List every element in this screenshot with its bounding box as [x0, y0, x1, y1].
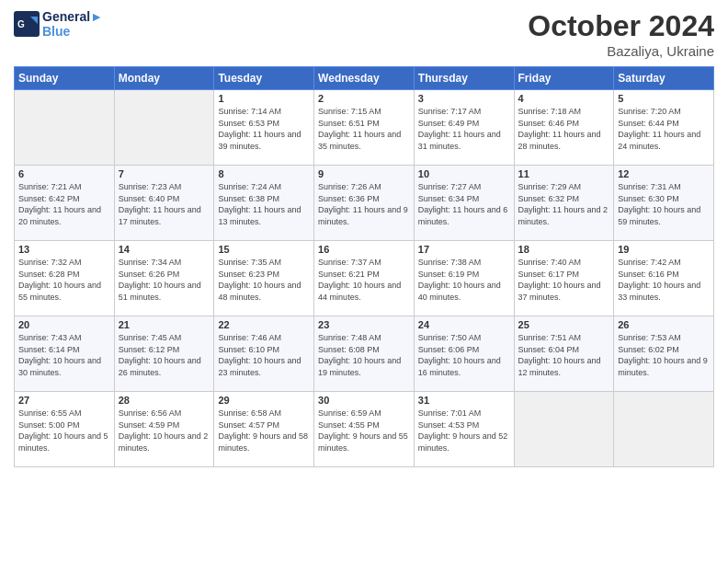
weekday-header-monday: Monday [114, 67, 214, 90]
calendar-cell: 20Sunrise: 7:43 AM Sunset: 6:14 PM Dayli… [15, 316, 115, 392]
day-info: Sunrise: 7:17 AM Sunset: 6:49 PM Dayligh… [418, 106, 510, 152]
logo: G General► Blue [14, 9, 103, 39]
weekday-header-wednesday: Wednesday [314, 67, 415, 90]
day-info: Sunrise: 7:26 AM Sunset: 6:36 PM Dayligh… [318, 181, 410, 227]
weekday-header-row: SundayMondayTuesdayWednesdayThursdayFrid… [15, 67, 714, 90]
calendar-cell: 4Sunrise: 7:18 AM Sunset: 6:46 PM Daylig… [514, 90, 614, 166]
calendar-cell: 1Sunrise: 7:14 AM Sunset: 6:53 PM Daylig… [214, 90, 314, 166]
day-info: Sunrise: 7:53 AM Sunset: 6:02 PM Dayligh… [618, 332, 710, 378]
day-number: 5 [618, 93, 710, 104]
calendar-cell: 11Sunrise: 7:29 AM Sunset: 6:32 PM Dayli… [514, 166, 614, 241]
day-info: Sunrise: 7:27 AM Sunset: 6:34 PM Dayligh… [418, 181, 510, 227]
day-info: Sunrise: 6:59 AM Sunset: 4:55 PM Dayligh… [318, 408, 410, 454]
day-info: Sunrise: 7:37 AM Sunset: 6:21 PM Dayligh… [318, 257, 410, 303]
day-number: 31 [418, 395, 510, 406]
calendar-cell: 10Sunrise: 7:27 AM Sunset: 6:34 PM Dayli… [414, 166, 514, 241]
day-info: Sunrise: 6:56 AM Sunset: 4:59 PM Dayligh… [119, 408, 210, 454]
calendar-cell: 15Sunrise: 7:35 AM Sunset: 6:23 PM Dayli… [214, 241, 314, 316]
day-number: 8 [218, 168, 310, 179]
calendar-cell: 22Sunrise: 7:46 AM Sunset: 6:10 PM Dayli… [214, 316, 314, 392]
calendar-cell: 19Sunrise: 7:42 AM Sunset: 6:16 PM Dayli… [614, 241, 714, 316]
calendar-cell [614, 392, 714, 467]
day-number: 29 [218, 395, 310, 406]
calendar-cell: 23Sunrise: 7:48 AM Sunset: 6:08 PM Dayli… [314, 316, 415, 392]
day-number: 7 [119, 168, 210, 179]
day-number: 6 [18, 168, 110, 179]
day-number: 14 [119, 244, 210, 255]
week-row-4: 20Sunrise: 7:43 AM Sunset: 6:14 PM Dayli… [15, 316, 714, 392]
calendar-cell: 13Sunrise: 7:32 AM Sunset: 6:28 PM Dayli… [15, 241, 115, 316]
location: Bazaliya, Ukraine [528, 43, 714, 59]
day-info: Sunrise: 7:45 AM Sunset: 6:12 PM Dayligh… [119, 332, 210, 378]
day-number: 10 [418, 168, 510, 179]
day-number: 16 [318, 244, 410, 255]
calendar-cell: 16Sunrise: 7:37 AM Sunset: 6:21 PM Dayli… [314, 241, 415, 316]
day-number: 12 [618, 168, 710, 179]
weekday-header-friday: Friday [514, 67, 614, 90]
day-info: Sunrise: 7:50 AM Sunset: 6:06 PM Dayligh… [418, 332, 510, 378]
day-number: 9 [318, 168, 410, 179]
day-number: 25 [518, 319, 610, 330]
day-info: Sunrise: 6:55 AM Sunset: 5:00 PM Dayligh… [18, 408, 110, 454]
day-number: 24 [418, 319, 510, 330]
day-info: Sunrise: 7:18 AM Sunset: 6:46 PM Dayligh… [518, 106, 610, 152]
calendar-container: G General► Blue October 2024 Bazaliya, U… [0, 0, 728, 477]
calendar-cell: 2Sunrise: 7:15 AM Sunset: 6:51 PM Daylig… [314, 90, 415, 166]
day-info: Sunrise: 7:31 AM Sunset: 6:30 PM Dayligh… [618, 181, 710, 227]
day-info: Sunrise: 7:46 AM Sunset: 6:10 PM Dayligh… [218, 332, 310, 378]
svg-text:G: G [17, 19, 25, 29]
day-number: 2 [318, 93, 410, 104]
day-info: Sunrise: 7:40 AM Sunset: 6:17 PM Dayligh… [518, 257, 610, 303]
calendar-cell: 21Sunrise: 7:45 AM Sunset: 6:12 PM Dayli… [114, 316, 214, 392]
calendar-cell: 14Sunrise: 7:34 AM Sunset: 6:26 PM Dayli… [114, 241, 214, 316]
calendar-cell [114, 90, 214, 166]
day-number: 30 [318, 395, 410, 406]
day-number: 18 [518, 244, 610, 255]
calendar-header: G General► Blue October 2024 Bazaliya, U… [14, 9, 714, 59]
day-number: 20 [18, 319, 110, 330]
calendar-cell: 27Sunrise: 6:55 AM Sunset: 5:00 PM Dayli… [15, 392, 115, 467]
day-info: Sunrise: 7:42 AM Sunset: 6:16 PM Dayligh… [618, 257, 710, 303]
day-number: 11 [518, 168, 610, 179]
week-row-2: 6Sunrise: 7:21 AM Sunset: 6:42 PM Daylig… [15, 166, 714, 241]
day-info: Sunrise: 7:01 AM Sunset: 4:53 PM Dayligh… [418, 408, 510, 454]
calendar-cell: 30Sunrise: 6:59 AM Sunset: 4:55 PM Dayli… [314, 392, 415, 467]
calendar-cell: 9Sunrise: 7:26 AM Sunset: 6:36 PM Daylig… [314, 166, 415, 241]
day-number: 4 [518, 93, 610, 104]
day-info: Sunrise: 7:23 AM Sunset: 6:40 PM Dayligh… [119, 181, 210, 227]
day-number: 17 [418, 244, 510, 255]
calendar-cell: 28Sunrise: 6:56 AM Sunset: 4:59 PM Dayli… [114, 392, 214, 467]
day-info: Sunrise: 7:32 AM Sunset: 6:28 PM Dayligh… [18, 257, 110, 303]
day-info: Sunrise: 7:38 AM Sunset: 6:19 PM Dayligh… [418, 257, 510, 303]
calendar-cell [514, 392, 614, 467]
calendar-cell: 8Sunrise: 7:24 AM Sunset: 6:38 PM Daylig… [214, 166, 314, 241]
day-number: 21 [119, 319, 210, 330]
day-info: Sunrise: 7:21 AM Sunset: 6:42 PM Dayligh… [18, 181, 110, 227]
calendar-cell: 7Sunrise: 7:23 AM Sunset: 6:40 PM Daylig… [114, 166, 214, 241]
calendar-cell: 17Sunrise: 7:38 AM Sunset: 6:19 PM Dayli… [414, 241, 514, 316]
calendar-cell: 26Sunrise: 7:53 AM Sunset: 6:02 PM Dayli… [614, 316, 714, 392]
calendar-cell: 6Sunrise: 7:21 AM Sunset: 6:42 PM Daylig… [15, 166, 115, 241]
day-number: 22 [218, 319, 310, 330]
logo-icon: G [14, 11, 40, 37]
calendar-cell: 29Sunrise: 6:58 AM Sunset: 4:57 PM Dayli… [214, 392, 314, 467]
day-number: 28 [119, 395, 210, 406]
calendar-cell: 3Sunrise: 7:17 AM Sunset: 6:49 PM Daylig… [414, 90, 514, 166]
day-info: Sunrise: 7:29 AM Sunset: 6:32 PM Dayligh… [518, 181, 610, 227]
day-info: Sunrise: 7:24 AM Sunset: 6:38 PM Dayligh… [218, 181, 310, 227]
calendar-cell: 18Sunrise: 7:40 AM Sunset: 6:17 PM Dayli… [514, 241, 614, 316]
weekday-header-saturday: Saturday [614, 67, 714, 90]
day-info: Sunrise: 7:51 AM Sunset: 6:04 PM Dayligh… [518, 332, 610, 378]
day-info: Sunrise: 7:14 AM Sunset: 6:53 PM Dayligh… [218, 106, 310, 152]
weekday-header-sunday: Sunday [15, 67, 115, 90]
day-info: Sunrise: 7:20 AM Sunset: 6:44 PM Dayligh… [618, 106, 710, 152]
weekday-header-thursday: Thursday [414, 67, 514, 90]
calendar-table: SundayMondayTuesdayWednesdayThursdayFrid… [14, 66, 714, 467]
day-number: 27 [18, 395, 110, 406]
calendar-cell: 31Sunrise: 7:01 AM Sunset: 4:53 PM Dayli… [414, 392, 514, 467]
day-number: 1 [218, 93, 310, 104]
day-info: Sunrise: 6:58 AM Sunset: 4:57 PM Dayligh… [218, 408, 310, 454]
calendar-cell: 5Sunrise: 7:20 AM Sunset: 6:44 PM Daylig… [614, 90, 714, 166]
day-number: 15 [218, 244, 310, 255]
week-row-1: 1Sunrise: 7:14 AM Sunset: 6:53 PM Daylig… [15, 90, 714, 166]
